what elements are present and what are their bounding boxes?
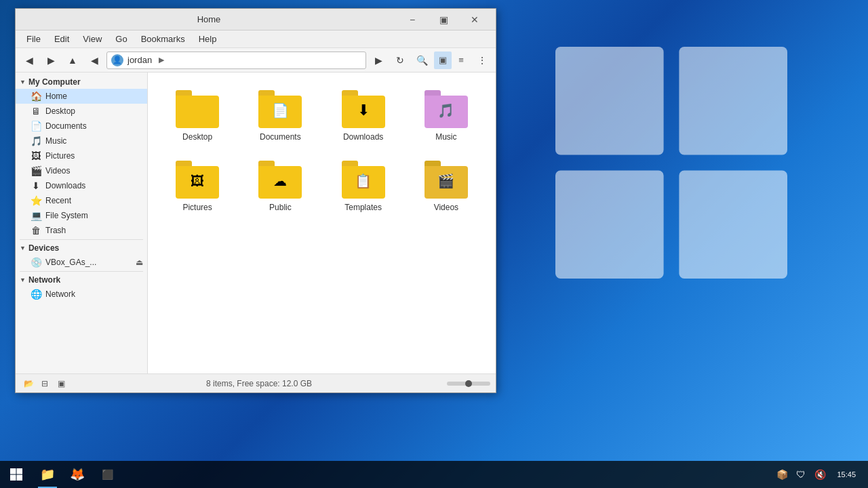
taskbar-items: 📁 🦊 ⬛ bbox=[33, 461, 768, 488]
file-item-templates[interactable]: 📋 Templates bbox=[325, 154, 402, 219]
eject-icon[interactable]: ⏏ bbox=[136, 258, 143, 267]
list-view-button[interactable]: ≡ bbox=[452, 52, 470, 69]
sidebar-item-filesystem[interactable]: 💻 File System bbox=[16, 208, 147, 223]
sidebar-item-network-label: Network bbox=[45, 289, 75, 299]
search-button[interactable]: 🔍 bbox=[412, 51, 431, 70]
sidebar-item-vbox-label: VBox_GAs_... bbox=[45, 258, 96, 267]
back-button[interactable]: ◀ bbox=[20, 51, 39, 70]
content-area: ▼ My Computer 🏠 Home 🖥 Desktop 📄 Documen… bbox=[16, 73, 496, 373]
taskbar-clock[interactable]: 15:45 bbox=[830, 461, 863, 488]
file-item-documents[interactable]: 📄 Documents bbox=[241, 83, 319, 148]
trash-icon: 🗑 bbox=[31, 225, 41, 236]
svg-rect-5 bbox=[17, 468, 23, 474]
zoom-track[interactable] bbox=[447, 382, 490, 386]
prev-history-button[interactable]: ◀ bbox=[85, 51, 104, 70]
file-item-music[interactable]: 🎵 Music bbox=[408, 83, 485, 148]
zoom-thumb[interactable] bbox=[465, 380, 472, 387]
sidebar-item-trash[interactable]: 🗑 Trash bbox=[16, 223, 147, 238]
statusbar-folder-view-button[interactable]: 📂 bbox=[21, 376, 36, 391]
documents-icon: 📄 bbox=[31, 121, 41, 131]
file-label-downloads: Downloads bbox=[343, 132, 383, 142]
public-folder-icon: ☁ bbox=[258, 161, 302, 199]
minimize-button[interactable]: − bbox=[397, 9, 428, 30]
svg-rect-4 bbox=[10, 468, 16, 474]
svg-rect-3 bbox=[679, 170, 787, 279]
files-taskbar-icon: 📁 bbox=[40, 467, 55, 482]
sidebar-item-recent-label: Recent bbox=[45, 196, 71, 205]
recent-icon: ⭐ bbox=[31, 195, 41, 206]
menu-help[interactable]: Help bbox=[193, 32, 222, 46]
network-icon: 🌐 bbox=[31, 289, 41, 300]
sidebar-section-devices[interactable]: ▼ Devices bbox=[16, 241, 147, 255]
file-grid: Desktop 📄 Documents ⬇ bbox=[148, 73, 496, 373]
sidebar-item-music-label: Music bbox=[45, 136, 66, 146]
forward-button[interactable]: ▶ bbox=[41, 51, 60, 70]
menu-bookmarks[interactable]: Bookmarks bbox=[136, 32, 191, 46]
up-button[interactable]: ▲ bbox=[63, 51, 82, 70]
file-label-pictures: Pictures bbox=[182, 203, 212, 212]
taskbar: 📁 🦊 ⬛ 📦 🛡 🔇 15:45 bbox=[0, 461, 868, 488]
clock-time: 15:45 bbox=[837, 470, 856, 479]
sidebar-item-documents[interactable]: 📄 Documents bbox=[16, 119, 147, 134]
file-item-desktop[interactable]: Desktop bbox=[159, 83, 236, 148]
sidebar-item-videos[interactable]: 🎬 Videos bbox=[16, 163, 147, 178]
address-bar[interactable]: 👤 jordan ▶ bbox=[106, 52, 366, 69]
sidebar-item-home[interactable]: 🏠 Home bbox=[16, 89, 147, 104]
user-avatar: 👤 bbox=[111, 54, 123, 66]
sidebar-item-downloads-label: Downloads bbox=[45, 181, 85, 190]
sidebar-section-my-computer[interactable]: ▼ My Computer bbox=[16, 75, 147, 89]
menu-go[interactable]: Go bbox=[110, 32, 132, 46]
statusbar-panel-view-button[interactable]: ▣ bbox=[54, 376, 68, 391]
file-item-videos[interactable]: 🎬 Videos bbox=[408, 154, 485, 219]
windows-logo-icon bbox=[9, 468, 23, 481]
file-item-pictures[interactable]: 🖼 Pictures bbox=[159, 154, 236, 219]
taskbar-item-terminal[interactable]: ⬛ bbox=[92, 461, 122, 488]
sidebar-item-pictures[interactable]: 🖼 Pictures bbox=[16, 148, 147, 163]
sidebar-item-downloads[interactable]: ⬇ Downloads bbox=[16, 178, 147, 193]
downloads-icon: ⬇ bbox=[31, 180, 41, 191]
downloads-folder-icon: ⬇ bbox=[342, 90, 385, 128]
sidebar-section-devices-label: Devices bbox=[28, 243, 59, 253]
file-item-downloads[interactable]: ⬇ Downloads bbox=[325, 83, 402, 148]
menu-view[interactable]: View bbox=[77, 32, 107, 46]
svg-rect-2 bbox=[555, 170, 664, 279]
grid-view-button[interactable]: ▣ bbox=[434, 52, 452, 69]
svg-rect-1 bbox=[679, 47, 787, 155]
start-button[interactable] bbox=[0, 461, 33, 488]
next-history-button[interactable]: ▶ bbox=[369, 51, 388, 70]
taskbar-tray: 📦 🛡 🔇 15:45 bbox=[768, 461, 868, 488]
file-item-public[interactable]: ☁ Public bbox=[241, 154, 319, 219]
sidebar-section-network-label: Network bbox=[28, 275, 60, 285]
taskbar-item-firefox[interactable]: 🦊 bbox=[62, 461, 92, 488]
menu-file[interactable]: File bbox=[21, 32, 46, 46]
sidebar-item-desktop[interactable]: 🖥 Desktop bbox=[16, 104, 147, 119]
filesystem-icon: 💻 bbox=[31, 210, 41, 221]
close-button[interactable]: ✕ bbox=[459, 9, 490, 30]
tray-sound-icon[interactable]: 🔇 bbox=[811, 461, 829, 488]
pictures-folder-icon: 🖼 bbox=[176, 161, 219, 199]
templates-folder-icon: 📋 bbox=[342, 161, 385, 199]
desktop-icon: 🖥 bbox=[31, 106, 41, 117]
address-chevron-icon: ▶ bbox=[159, 56, 164, 64]
file-label-templates: Templates bbox=[344, 203, 382, 212]
maximize-button[interactable]: ▣ bbox=[428, 9, 459, 30]
sidebar-item-network[interactable]: 🌐 Network bbox=[16, 287, 147, 302]
menu-edit[interactable]: Edit bbox=[49, 32, 75, 46]
music-folder-icon: 🎵 bbox=[425, 90, 468, 128]
file-label-documents: Documents bbox=[260, 132, 301, 142]
sidebar-section-network[interactable]: ▼ Network bbox=[16, 273, 147, 287]
sidebar-divider-2 bbox=[20, 271, 143, 272]
sidebar: ▼ My Computer 🏠 Home 🖥 Desktop 📄 Documen… bbox=[16, 73, 148, 373]
reload-button[interactable]: ↻ bbox=[391, 51, 410, 70]
sidebar-section-my-computer-label: My Computer bbox=[28, 77, 81, 87]
sidebar-item-vbox[interactable]: 💿 VBox_GAs_... ⏏ bbox=[16, 255, 147, 270]
taskbar-item-files[interactable]: 📁 bbox=[33, 461, 62, 488]
tray-package-icon[interactable]: 📦 bbox=[773, 461, 791, 488]
file-manager-window: Home − ▣ ✕ File Edit View Go Bookmarks H… bbox=[15, 8, 496, 393]
file-label-desktop: Desktop bbox=[182, 132, 212, 142]
more-options-button[interactable]: ⋮ bbox=[473, 51, 492, 70]
sidebar-item-recent[interactable]: ⭐ Recent bbox=[16, 193, 147, 208]
sidebar-item-music[interactable]: 🎵 Music bbox=[16, 134, 147, 148]
tray-shield-icon[interactable]: 🛡 bbox=[792, 461, 810, 488]
statusbar-tree-view-button[interactable]: ⊟ bbox=[37, 376, 52, 391]
